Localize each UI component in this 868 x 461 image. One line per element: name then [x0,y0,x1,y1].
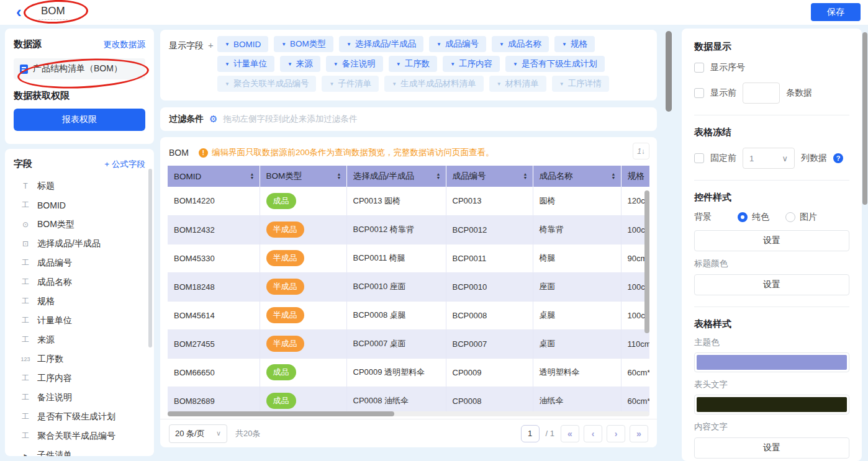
freeze-checkbox[interactable] [694,153,704,163]
text-icon: 工 [19,257,32,268]
sort-order-button[interactable]: 1↓ [633,143,649,159]
add-formula-field-link[interactable]: + 公式字段 [104,159,145,170]
table-horizontal-scrollbar[interactable] [168,411,649,416]
sort-icon[interactable]: ▲▼ [436,172,441,180]
field-chip[interactable]: ▼来源 [280,56,320,72]
table-row[interactable]: BOM12432 半成品 BCP0012 椅靠背 BCP0012 椅靠背 100… [168,215,649,244]
divider [694,180,849,181]
field-list: T标题 工BOMID ⊙BOM类型 ⊡选择成品/半成品 工成品编号 工成品名称 … [14,176,148,456]
prev-page-button[interactable]: ‹ [584,425,602,442]
field-item-agg-code[interactable]: 工聚合关联半成品编号 [14,426,148,445]
page-size-select[interactable]: 20 条/页 ∨ [169,424,227,443]
field-chip[interactable]: ▼是否有下级生成计划 [505,56,604,72]
bg-image-option[interactable]: 图片 [785,212,817,223]
sort-icon[interactable]: ▲▼ [612,172,616,180]
field-chip-disabled[interactable]: ▼生成半成品材料清单 [384,76,483,92]
background-setting-button[interactable]: 设置 [694,230,849,251]
show-index-checkbox[interactable] [694,63,704,73]
help-icon[interactable]: ? [833,153,843,163]
last-page-button[interactable]: » [630,425,648,442]
sort-icon[interactable]: ▲▼ [523,172,528,180]
gear-icon[interactable]: ⚙ [209,114,217,125]
field-chip[interactable]: ▼工序数 [389,56,437,72]
field-item-has-subplan[interactable]: 工是否有下级生成计划 [14,407,148,426]
field-item-unit[interactable]: 工计量单位 [14,311,148,330]
right-panel-scrollbar[interactable] [862,32,867,205]
text-icon: 工 [19,334,32,345]
back-icon[interactable]: ‹ [16,2,22,21]
chip-label: 工序内容 [459,58,492,69]
field-item-spec[interactable]: 工规格 [14,292,148,311]
scrollbar-thumb[interactable] [168,411,394,416]
field-item-source[interactable]: 工来源 [14,330,148,349]
field-item-process-count[interactable]: 123工序数 [14,349,148,369]
field-chip[interactable]: ▼成品编号 [429,36,486,52]
field-chip-disabled[interactable]: ▼材料清单 [489,76,546,92]
show-first-checkbox[interactable] [694,88,704,98]
field-chip[interactable]: ▼规格 [554,36,595,52]
content-text-setting-button[interactable]: 设置 [694,437,849,459]
column-header-select-product[interactable]: 选择成品/半成品▲▼ [346,166,446,187]
sort-icon[interactable]: ▲▼ [250,172,255,180]
table-row[interactable]: BOM45614 半成品 BCP0008 桌腿 BCP0008 桌腿 100cm… [168,301,649,329]
pagination-bar: 20 条/页 ∨ 共20条 / 1 « ‹ › » [160,419,657,447]
field-label: 是否有下级生成计划 [37,411,115,423]
fields-scrollbar[interactable] [148,169,152,347]
table-row[interactable]: BOM14220 成品 CP0013 圆椅 CP0013 圆椅 120cm* [168,187,649,215]
column-header-name[interactable]: 成品名称▲▼ [533,166,621,187]
title-color-setting-button[interactable]: 设置 [694,274,849,295]
first-page-button[interactable]: « [561,425,579,442]
field-chip[interactable]: ▼选择成品/半成品 [339,36,423,52]
field-chip-disabled[interactable]: ▼子件清单 [322,76,379,92]
table-row[interactable]: BOM27455 半成品 BCP0007 桌面 BCP0007 桌面 110cm… [168,329,649,358]
column-header-bom-type[interactable]: BOM类型▲▼ [260,166,346,187]
show-first-count-input[interactable] [743,83,780,104]
field-label: BOMID [37,200,66,210]
radio-selected-icon[interactable] [738,212,748,222]
field-item-subitem-list[interactable]: ▸子件清单 [14,445,148,456]
column-header-spec[interactable]: 规格 [621,166,649,187]
sort-icon[interactable]: ▲▼ [337,172,341,180]
table-row[interactable]: BOM18248 半成品 BCP0010 座面 BCP0010 座面 100cm… [168,272,649,301]
field-chip[interactable]: ▼BOMID [217,36,268,52]
bom-table: BOMID▲▼ BOM类型▲▼ 选择成品/半成品▲▼ 成品编号▲▼ 成品名称▲▼… [168,166,649,415]
change-datasource-link[interactable]: 更改数据源 [104,39,146,50]
save-button[interactable]: 保存 [811,3,861,21]
table-row[interactable]: BOM45330 半成品 BCP0011 椅腿 BCP0011 椅腿 90cm*… [168,244,649,272]
datasource-item[interactable]: 产品结构清单（BOM） [14,58,145,79]
chip-label: 子件清单 [338,78,371,89]
field-item-select-product[interactable]: ⊡选择成品/半成品 [14,234,148,253]
report-permission-button[interactable]: 报表权限 [14,109,145,131]
field-chip-disabled[interactable]: ▼工序详情 [552,76,609,92]
field-item-remark[interactable]: 工备注说明 [14,388,148,407]
field-item-bomid[interactable]: 工BOMID [14,195,148,215]
bg-solid-option[interactable]: 纯色 [738,212,769,223]
field-chip[interactable]: ▼BOM类型 [274,36,333,52]
column-header-bomid[interactable]: BOMID▲▼ [168,166,260,187]
field-chip[interactable]: ▼工序内容 [443,56,500,72]
table-vertical-scrollbar[interactable] [644,190,649,333]
theme-color-swatch[interactable] [694,352,849,372]
page-number-input[interactable] [521,425,540,442]
radio-unselected-icon[interactable] [785,212,795,222]
freeze-count-select[interactable]: 1 ∨ [743,148,795,169]
table-row[interactable]: BOM66650 成品 CP0009 透明塑料伞 CP0009 透明塑料伞 60… [168,358,649,387]
field-item-product-name[interactable]: 工成品名称 [14,272,148,292]
filter-bar[interactable]: 过滤条件 ⚙ 拖动左侧字段到此处来添加过滤条件 [160,107,657,131]
field-chip[interactable]: ▼成品名称 [492,36,549,52]
chevron-down-icon: ▼ [392,81,397,87]
field-item-product-code[interactable]: 工成品编号 [14,253,148,272]
chip-row-3: ▼聚合关联半成品编号 ▼子件清单 ▼生成半成品材料清单 ▼材料清单 ▼工序详情 [217,76,648,92]
column-header-code[interactable]: 成品编号▲▼ [446,166,533,187]
field-item-title[interactable]: T标题 [14,176,148,195]
field-item-process-content[interactable]: 工工序内容 [14,369,148,388]
field-item-bom-type[interactable]: ⊙BOM类型 [14,215,148,234]
next-page-button[interactable]: › [607,425,625,442]
field-chip[interactable]: ▼计量单位 [217,56,274,72]
middle-scrollbar[interactable] [666,31,672,112]
field-chip[interactable]: ▼备注说明 [326,56,383,72]
field-chip-disabled[interactable]: ▼聚合关联半成品编号 [217,76,316,92]
header-text-swatch[interactable] [694,395,849,414]
add-field-icon[interactable]: + [208,40,214,50]
page-of-label: / 1 [546,429,554,438]
